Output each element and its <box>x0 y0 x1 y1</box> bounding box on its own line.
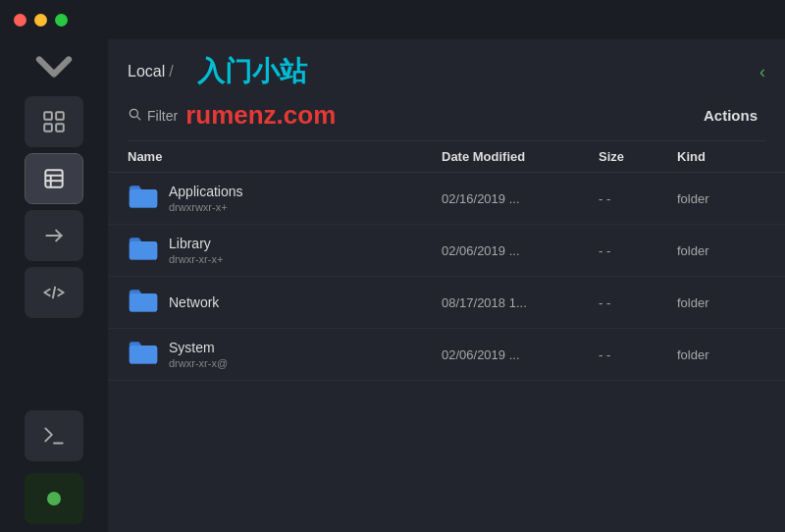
table-body: Applications drwxrwxr-x+ 02/16/2019 ... … <box>108 173 785 381</box>
sidebar-item-transfer[interactable] <box>25 210 83 261</box>
file-size: - - <box>599 347 677 362</box>
svg-line-8 <box>53 288 55 298</box>
file-kind: folder <box>677 295 765 310</box>
svg-rect-1 <box>56 112 64 120</box>
sidebar-item-connected[interactable] <box>25 473 83 524</box>
file-permissions: drwxrwxr-x+ <box>169 201 243 213</box>
file-name: Network <box>169 294 219 310</box>
content-header: Local / 入门小站 ‹ Filter rumenz.com Actions <box>108 39 785 141</box>
breadcrumb-home[interactable]: Local <box>128 63 165 80</box>
svg-rect-0 <box>44 112 52 120</box>
connected-indicator <box>47 492 61 505</box>
file-table: Name Date Modified Size Kind Application… <box>108 141 785 532</box>
toolbar: Filter rumenz.com Actions <box>128 100 765 141</box>
header-kind: Kind <box>677 149 765 164</box>
maximize-button[interactable] <box>55 14 68 27</box>
sidebar <box>0 39 108 532</box>
file-name-cell: Network <box>128 287 442 318</box>
svg-rect-4 <box>45 170 62 186</box>
folder-icon <box>128 287 159 318</box>
filter-area: Filter <box>128 107 178 124</box>
breadcrumb: Local / 入门小站 ‹ <box>128 53 765 90</box>
file-name: System <box>169 340 228 355</box>
filter-label[interactable]: Filter <box>147 108 178 124</box>
svg-rect-2 <box>44 124 52 132</box>
file-name: Library <box>169 236 223 251</box>
header-size: Size <box>599 149 677 164</box>
svg-line-11 <box>137 117 140 120</box>
table-header: Name Date Modified Size Kind <box>108 141 785 173</box>
minimize-button[interactable] <box>34 14 47 27</box>
file-name-info: System drwxr-xr-x@ <box>169 340 228 369</box>
file-name-cell: System drwxr-xr-x@ <box>128 339 442 370</box>
file-name-cell: Applications drwxrwxr-x+ <box>128 183 442 214</box>
file-date: 02/06/2019 ... <box>442 243 599 258</box>
file-permissions: drwxr-xr-x@ <box>169 357 228 369</box>
folder-icon <box>128 235 159 266</box>
watermark-chinese: 入门小站 <box>197 53 307 90</box>
table-row[interactable]: Applications drwxrwxr-x+ 02/16/2019 ... … <box>108 173 785 225</box>
header-name: Name <box>128 149 442 164</box>
sidebar-item-file-manager[interactable] <box>25 153 83 204</box>
folder-icon <box>128 339 159 370</box>
sidebar-item-code[interactable] <box>25 267 83 318</box>
file-kind: folder <box>677 347 765 362</box>
table-row[interactable]: Network 08/17/2018 1... - - folder <box>108 277 785 329</box>
content-area: Local / 入门小站 ‹ Filter rumenz.com Actions <box>108 39 785 532</box>
file-name-info: Applications drwxrwxr-x+ <box>169 184 243 213</box>
sidebar-item-terminal[interactable] <box>25 410 83 461</box>
file-kind: folder <box>677 243 765 258</box>
folder-icon <box>128 183 159 214</box>
title-bar <box>0 0 785 39</box>
file-size: - - <box>599 243 677 258</box>
close-button[interactable] <box>14 14 26 27</box>
file-size: - - <box>599 191 677 206</box>
file-name: Applications <box>169 184 243 199</box>
file-date: 08/17/2018 1... <box>442 295 599 310</box>
svg-rect-3 <box>56 124 64 132</box>
main-layout: Local / 入门小站 ‹ Filter rumenz.com Actions <box>0 39 785 532</box>
file-size: - - <box>599 295 677 310</box>
file-permissions: drwxr-xr-x+ <box>169 253 223 265</box>
watermark-english: rumenz.com <box>185 100 336 131</box>
sidebar-collapse-button[interactable] <box>25 49 83 84</box>
sidebar-item-ssh[interactable] <box>25 96 83 147</box>
file-name-info: Network <box>169 294 219 310</box>
actions-button[interactable]: Actions <box>696 103 765 128</box>
table-row[interactable]: System drwxr-xr-x@ 02/06/2019 ... - - fo… <box>108 329 785 381</box>
navigate-back-button[interactable]: ‹ <box>759 62 765 82</box>
file-date: 02/16/2019 ... <box>442 191 599 206</box>
file-name-info: Library drwxr-xr-x+ <box>169 236 223 265</box>
table-row[interactable]: Library drwxr-xr-x+ 02/06/2019 ... - - f… <box>108 225 785 277</box>
breadcrumb-separator: / <box>169 63 173 80</box>
file-date: 02/06/2019 ... <box>442 347 599 362</box>
header-date: Date Modified <box>442 149 599 164</box>
file-name-cell: Library drwxr-xr-x+ <box>128 235 442 266</box>
search-icon <box>128 107 141 124</box>
file-kind: folder <box>677 191 765 206</box>
